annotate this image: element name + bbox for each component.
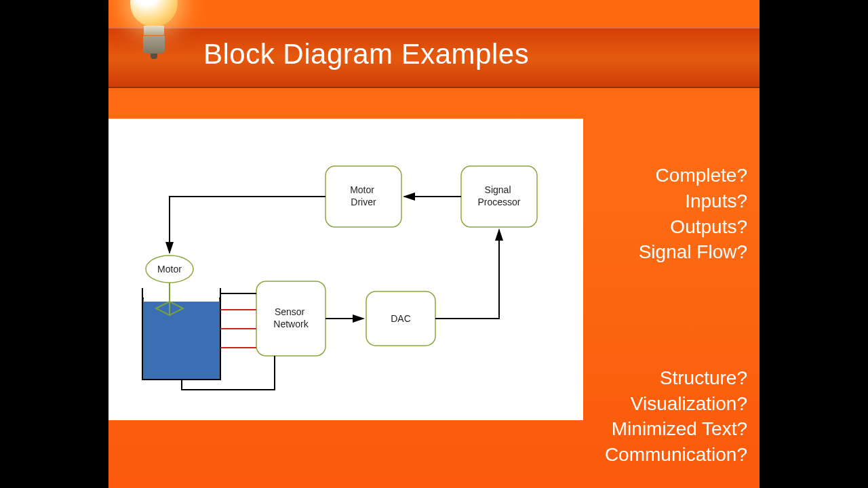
question-item: Visualization? [605,391,747,417]
questions-bottom: Structure? Visualization? Minimized Text… [605,365,747,468]
motor-block: Motor [146,256,193,283]
block-diagram-svg: Motor Sensor Network DAC Motor D [108,119,583,420]
arrow-motordriver-to-motor [170,197,326,253]
dac-block: DAC [366,291,435,346]
motor-label: Motor [157,264,182,274]
arrow-dac-to-signalprocessor [435,230,499,319]
block-diagram: Motor Sensor Network DAC Motor D [108,119,583,420]
svg-rect-1 [144,289,219,302]
lightbulb-icon [123,0,184,75]
question-item: Inputs? [639,188,747,214]
slide: Block Diagram Examples [108,0,760,488]
tank [142,278,220,380]
title-bar: Block Diagram Examples [108,27,760,88]
sensor-network-block: Sensor Network [256,281,326,356]
question-item: Structure? [605,365,747,391]
question-item: Minimized Text? [605,416,747,442]
question-item: Complete? [639,163,747,188]
question-item: Signal Flow? [639,239,747,265]
question-item: Communication? [605,442,747,468]
signal-processor-block: Signal Processor [461,166,537,227]
sensor-wires [220,310,256,348]
svg-rect-0 [142,298,220,380]
question-item: Outputs? [639,214,747,240]
slide-title: Block Diagram Examples [203,38,529,70]
motor-driver-block: Motor Driver [326,166,401,227]
dac-label: DAC [391,313,411,324]
questions-top: Complete? Inputs? Outputs? Signal Flow? [639,163,747,265]
